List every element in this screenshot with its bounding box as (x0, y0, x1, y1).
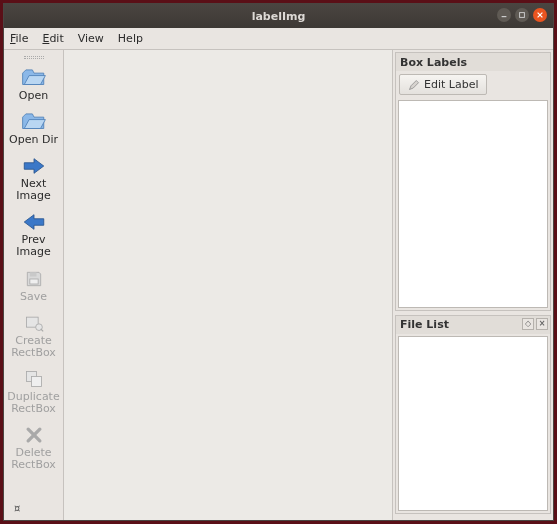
svg-line-8 (40, 328, 43, 331)
delete-rectbox-label: Delete RectBox (11, 447, 56, 471)
titlebar: labelImg (4, 4, 553, 28)
svg-rect-4 (29, 272, 36, 276)
window-title: labelImg (252, 10, 306, 23)
menu-help[interactable]: Help (118, 32, 143, 45)
duplicate-icon (20, 369, 48, 389)
edit-label-button[interactable]: Edit Label (399, 74, 487, 95)
toolbar-expand-icon[interactable]: ¤ (14, 503, 20, 514)
create-rectbox-label: Create RectBox (11, 335, 56, 359)
create-rect-icon (20, 313, 48, 333)
toolbar-grip[interactable] (19, 56, 49, 60)
maximize-button[interactable] (515, 8, 529, 22)
duplicate-rectbox-button[interactable]: Duplicate RectBox (6, 365, 62, 421)
file-list-header-buttons: ◇ × (522, 318, 548, 330)
box-labels-header: Box Labels (396, 53, 550, 71)
edit-label-row: Edit Label (396, 71, 550, 98)
maximize-icon (518, 11, 526, 19)
next-image-label: Next Image (6, 178, 62, 202)
file-list-header: File List ◇ × (396, 316, 550, 334)
box-labels-list[interactable] (398, 100, 548, 308)
open-button[interactable]: Open (6, 64, 62, 108)
menu-edit[interactable]: Edit (42, 32, 63, 45)
svg-rect-10 (31, 376, 41, 386)
panel-close-button[interactable]: × (536, 318, 548, 330)
svg-rect-5 (29, 279, 37, 284)
prev-image-button[interactable]: Prev Image (6, 208, 62, 264)
file-list-box[interactable] (398, 336, 548, 511)
open-dir-button[interactable]: Open Dir (6, 108, 62, 152)
menu-view[interactable]: View (78, 32, 104, 45)
svg-rect-1 (520, 13, 525, 18)
right-column: Box Labels Edit Label File List ◇ × (393, 50, 553, 520)
folder-open-icon (20, 68, 48, 88)
window-controls (497, 8, 547, 22)
file-list-title: File List (400, 318, 449, 331)
close-icon (536, 11, 544, 19)
folder-dir-icon (20, 112, 48, 132)
next-image-button[interactable]: Next Image (6, 152, 62, 208)
prev-image-label: Prev Image (6, 234, 62, 258)
open-label: Open (19, 90, 48, 102)
save-button[interactable]: Save (6, 265, 62, 309)
arrow-right-icon (20, 156, 48, 176)
delete-icon (20, 425, 48, 445)
menu-file[interactable]: File (10, 32, 28, 45)
save-label: Save (20, 291, 47, 303)
box-labels-title: Box Labels (400, 56, 467, 69)
file-list-panel: File List ◇ × (395, 315, 551, 514)
app-window: labelImg File Edit View Help Open (3, 3, 554, 521)
save-icon (20, 269, 48, 289)
open-dir-label: Open Dir (9, 134, 58, 146)
create-rectbox-button[interactable]: Create RectBox (6, 309, 62, 365)
main-body: Open Open Dir Next Image Prev Image (4, 50, 553, 520)
menu-bar: File Edit View Help (4, 28, 553, 50)
minimize-button[interactable] (497, 8, 511, 22)
minimize-icon (500, 11, 508, 19)
panel-float-button[interactable]: ◇ (522, 318, 534, 330)
delete-rectbox-button[interactable]: Delete RectBox (6, 421, 62, 477)
duplicate-rectbox-label: Duplicate RectBox (7, 391, 59, 415)
edit-label-text: Edit Label (424, 78, 478, 91)
main-canvas[interactable] (64, 50, 393, 520)
left-toolbar: Open Open Dir Next Image Prev Image (4, 50, 64, 520)
box-labels-panel: Box Labels Edit Label (395, 52, 551, 311)
pencil-icon (408, 79, 420, 91)
close-button[interactable] (533, 8, 547, 22)
arrow-left-icon (20, 212, 48, 232)
